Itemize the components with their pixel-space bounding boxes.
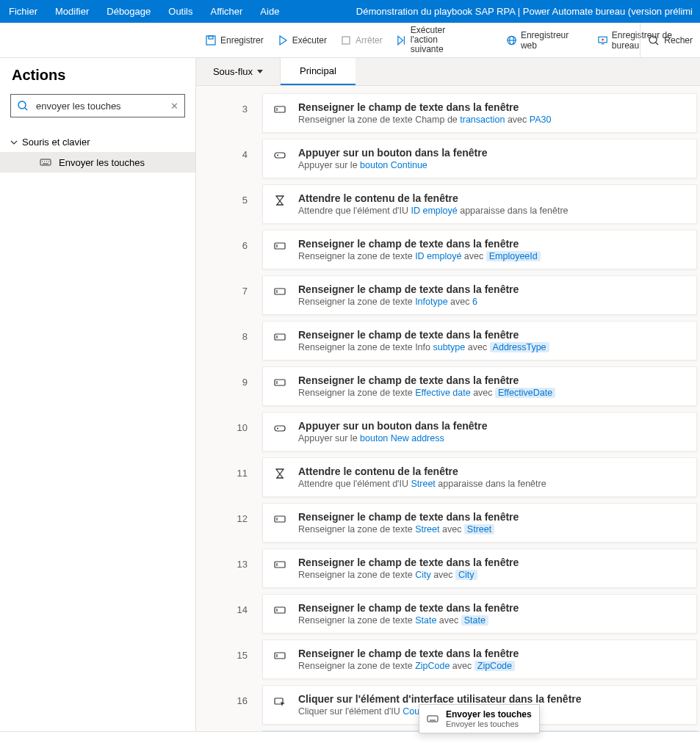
step-card[interactable]: Renseigner le champ de texte dans la fen… bbox=[262, 503, 697, 543]
clear-search-button[interactable]: ✕ bbox=[170, 101, 178, 112]
step-card[interactable]: Renseigner le champ de texte dans la fen… bbox=[262, 366, 697, 406]
toolbar: Enregistrer Exécuter Arrêter Exécuter l'… bbox=[0, 23, 700, 58]
menu-item-fichier[interactable]: Fichier bbox=[0, 0, 46, 23]
menu-item-aide[interactable]: Aide bbox=[251, 0, 288, 23]
step-title: Renseigner le champ de texte dans la fen… bbox=[298, 602, 686, 614]
svg-point-10 bbox=[649, 36, 657, 43]
textbox-icon bbox=[273, 602, 288, 626]
menu-item-outils[interactable]: Outils bbox=[159, 0, 201, 23]
menu-item-afficher[interactable]: Afficher bbox=[202, 0, 252, 23]
textbox-icon bbox=[273, 329, 288, 352]
step-card[interactable]: Renseigner le champ de texte dans la fen… bbox=[262, 548, 697, 588]
step-description: Renseigner la zone de texte Info subtype… bbox=[298, 342, 686, 352]
step-row: 14Renseigner le champ de texte dans la f… bbox=[196, 591, 700, 637]
stop-icon bbox=[340, 35, 352, 46]
step-row: 8Renseigner le champ de texte dans la fe… bbox=[196, 318, 700, 363]
step-card[interactable]: Appuyer sur un bouton dans la fenêtreApp… bbox=[262, 412, 697, 452]
search-icon bbox=[17, 100, 29, 112]
step-description: Renseigner la zone de texte Infotype ave… bbox=[298, 297, 686, 307]
textbox-icon bbox=[273, 374, 288, 398]
window-title: Démonstration du playbook SAP RPA | Powe… bbox=[356, 6, 700, 17]
step-title: Appuyer sur un bouton dans la fenêtre bbox=[298, 147, 686, 159]
step-card[interactable]: Renseigner le champ de texte dans la fen… bbox=[262, 594, 697, 634]
play-icon bbox=[277, 35, 289, 46]
step-card[interactable]: Appuyer sur un bouton dans la fenêtreApp… bbox=[262, 139, 697, 178]
step-card[interactable]: Renseigner le champ de texte dans la fen… bbox=[262, 275, 697, 315]
step-number: 7 bbox=[196, 272, 262, 318]
web-recorder-button[interactable]: Enregistreur web bbox=[503, 30, 587, 51]
svg-point-12 bbox=[18, 101, 26, 109]
globe-icon bbox=[506, 35, 517, 46]
step-number: 9 bbox=[196, 363, 262, 409]
svg-rect-22 bbox=[275, 153, 285, 158]
chevron-down-icon bbox=[10, 139, 18, 146]
svg-rect-24 bbox=[275, 243, 285, 249]
step-number: 14 bbox=[196, 591, 262, 637]
textbox-icon bbox=[273, 101, 288, 125]
svg-rect-38 bbox=[275, 607, 285, 613]
svg-rect-0 bbox=[206, 36, 215, 45]
menubar: FichierModifierDébogageOutilsAfficherAid… bbox=[0, 0, 700, 23]
step-description: Renseigner la zone de texte Street avec … bbox=[298, 524, 686, 534]
svg-rect-28 bbox=[275, 334, 285, 340]
step-card[interactable]: Renseigner le champ de texte dans la fen… bbox=[262, 321, 697, 360]
tree-group-mouse-keyboard[interactable]: Souris et clavier bbox=[0, 132, 195, 152]
step-description: Renseigner la zone de texte State avec S… bbox=[298, 615, 686, 626]
step-row: 5Attendre le contenu de la fenêtreAttend… bbox=[196, 181, 700, 227]
step-number: 16 bbox=[196, 682, 262, 728]
step-row: 10Appuyer sur un bouton dans la fenêtreA… bbox=[196, 409, 700, 454]
step-card[interactable]: Renseigner le champ de texte dans la fen… bbox=[262, 230, 697, 269]
textbox-icon bbox=[273, 511, 288, 534]
step-card[interactable]: Renseigner le champ de texte dans la fen… bbox=[262, 639, 697, 679]
actions-search-box[interactable]: ✕ bbox=[10, 94, 185, 117]
step-description: Appuyer sur le bouton New address bbox=[298, 433, 686, 443]
actions-sidebar: Actions ✕ Souris et clavier Envoyer les … bbox=[0, 58, 196, 731]
step-description: Attendre que l'élément d'IU ID employé a… bbox=[298, 206, 686, 216]
textbox-icon bbox=[273, 283, 288, 307]
save-icon bbox=[205, 35, 217, 46]
step-row: 12Renseigner le champ de texte dans la f… bbox=[196, 500, 700, 546]
step-icon bbox=[396, 35, 407, 46]
click-icon bbox=[273, 693, 288, 717]
run-next-button[interactable]: Exécuter l'action suivante bbox=[393, 26, 475, 54]
step-number: 8 bbox=[196, 318, 262, 363]
keyboard-icon bbox=[40, 156, 51, 168]
menu-item-débogage[interactable]: Débogage bbox=[98, 0, 159, 23]
step-title: Renseigner le champ de texte dans la fen… bbox=[298, 511, 686, 523]
step-title: Renseigner le champ de texte dans la fen… bbox=[298, 101, 686, 113]
svg-point-23 bbox=[277, 155, 278, 156]
step-description: Renseigner la zone de texte Effective da… bbox=[298, 388, 686, 398]
step-card[interactable]: Attendre le contenu de la fenêtreAttendr… bbox=[262, 457, 697, 497]
step-description: Renseigner la zone de texte ZipCode avec… bbox=[298, 661, 686, 671]
step-title: Attendre le contenu de la fenêtre bbox=[298, 192, 686, 204]
step-row: 4Appuyer sur un bouton dans la fenêtreAp… bbox=[196, 136, 700, 181]
tab-main[interactable]: Principal bbox=[281, 58, 356, 85]
svg-rect-34 bbox=[275, 516, 285, 522]
step-row: 13Renseigner le champ de texte dans la f… bbox=[196, 546, 700, 591]
step-card[interactable]: Attendre le contenu de la fenêtreAttendr… bbox=[262, 184, 697, 224]
save-button[interactable]: Enregistrer bbox=[202, 35, 267, 46]
step-number: 13 bbox=[196, 546, 262, 591]
step-description: Appuyer sur le bouton Continue bbox=[298, 160, 686, 170]
svg-point-33 bbox=[277, 428, 278, 430]
tree-item-send-keys[interactable]: Envoyer les touches bbox=[0, 152, 195, 173]
svg-rect-20 bbox=[275, 106, 285, 112]
svg-rect-32 bbox=[275, 426, 285, 431]
run-button[interactable]: Exécuter bbox=[274, 35, 330, 46]
toolbar-search[interactable]: Recher bbox=[640, 23, 700, 57]
stop-button[interactable]: Arrêter bbox=[337, 35, 386, 46]
svg-rect-26 bbox=[275, 289, 285, 294]
step-title: Renseigner le champ de texte dans la fen… bbox=[298, 648, 686, 659]
step-number: 6 bbox=[196, 227, 262, 272]
step-title: Renseigner le champ de texte dans la fen… bbox=[298, 238, 686, 250]
svg-line-13 bbox=[25, 108, 27, 110]
step-title: Attendre le contenu de la fenêtre bbox=[298, 465, 686, 477]
subflows-dropdown[interactable]: Sous-flux bbox=[196, 58, 281, 85]
step-card[interactable]: Renseigner le champ de texte dans la fen… bbox=[262, 93, 697, 133]
svg-line-11 bbox=[656, 43, 658, 45]
steps-list: 3Renseigner le champ de texte dans la fe… bbox=[196, 86, 700, 731]
step-number: 11 bbox=[196, 454, 262, 500]
actions-search-input[interactable] bbox=[36, 101, 170, 112]
menu-item-modifier[interactable]: Modifier bbox=[46, 0, 98, 23]
wait-icon bbox=[273, 465, 288, 489]
